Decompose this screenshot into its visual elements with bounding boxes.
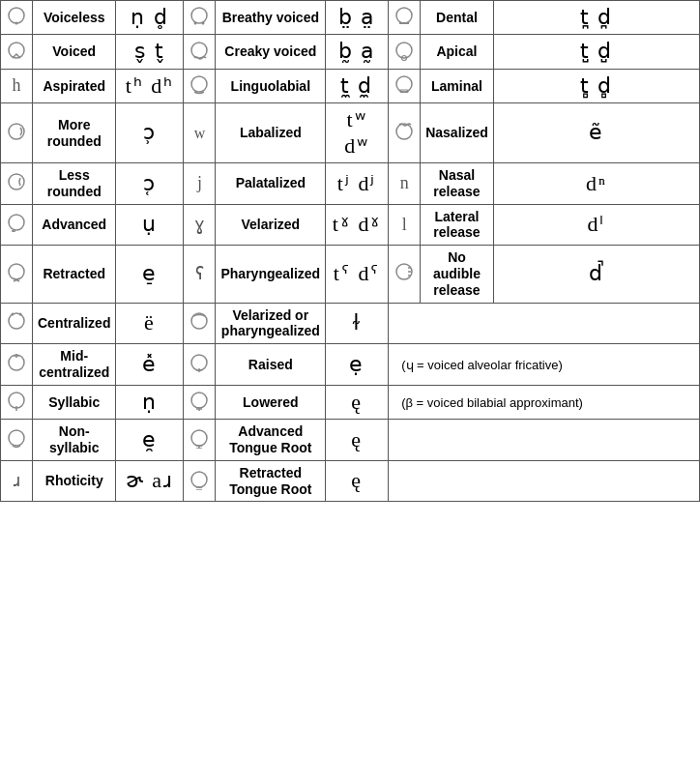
icon-cell-1: h — [1, 69, 33, 102]
label-cell-1: Aspirated — [33, 69, 116, 102]
label-cell-2: Velarized or pharyngealized — [216, 303, 326, 344]
symbol-cell-1: e̠ — [116, 246, 184, 303]
label-cell-2: Labalized — [216, 103, 326, 163]
symbol-cell-1: e̯ — [116, 420, 184, 461]
symbol-cell-1: ɚ aɹ — [116, 460, 184, 502]
table-row: More rounded ɔ̹ w Labalized tʷ dʷ Nasali… — [1, 103, 700, 163]
table-row: Less rounded ɔ̜ j Palatalized tʲ dʲ n Na… — [1, 162, 700, 204]
table-row: Centralized ë Velarized or pharyngealize… — [1, 303, 700, 344]
svg-point-8 — [191, 43, 207, 58]
table-row: Mid-centralized e̽ Raised ẹ (ɥ = voiced … — [1, 344, 700, 386]
svg-point-29 — [19, 313, 22, 316]
label-cell-1: Voiced — [33, 35, 116, 69]
symbol-cell-1: ṇ d̥ — [116, 1, 184, 35]
icon-cell-2: w — [184, 103, 216, 163]
icon-cell-1 — [1, 204, 33, 246]
symbol-cell-3: d̚ — [493, 246, 699, 303]
svg-point-28 — [12, 313, 15, 316]
symbol-cell-3: dⁿ — [493, 162, 699, 204]
label-cell-1: Retracted — [33, 246, 116, 303]
icon-cell-2: ɣ — [184, 204, 216, 246]
empty-cell-3 — [389, 460, 700, 502]
label-cell-1: Non-syllabic — [33, 420, 116, 461]
svg-point-47 — [191, 472, 207, 487]
symbol-cell-3: ẽ — [493, 103, 699, 163]
symbol-cell-2: ę — [326, 420, 389, 461]
icon-cell-3 — [389, 35, 421, 69]
symbol-cell-2: tʷ dʷ — [326, 103, 389, 163]
icon-cell-2 — [184, 460, 216, 502]
label-cell-3: Nasalized — [421, 103, 494, 163]
svg-point-27 — [9, 313, 24, 329]
note-cell-3: (ɥ = voiced alveolar fricative) — [389, 344, 700, 386]
symbol-cell-1: ë — [116, 303, 184, 344]
symbol-cell-1: ɔ̜ — [116, 162, 184, 204]
symbol-cell-2: ę — [326, 385, 389, 419]
icon-cell-2 — [184, 303, 216, 344]
icon-cell-3 — [389, 1, 421, 35]
symbol-cell-2: tʲ dʲ — [326, 162, 389, 204]
icon-cell-3 — [389, 103, 421, 163]
empty-cell-3 — [389, 420, 700, 461]
label-cell-1: Syllabic — [33, 385, 116, 419]
svg-point-0 — [9, 8, 24, 23]
symbol-cell-2: tˠ dˠ — [326, 204, 389, 246]
table-row: Non-syllabic e̯ Advanced Tongue Root ę — [1, 420, 700, 461]
icon-cell-1 — [1, 420, 33, 461]
icon-cell-2 — [184, 385, 216, 419]
table-row: Voiceless ṇ d̥ Breathy voiced b̤ a̤ Dent… — [1, 1, 700, 35]
symbol-cell-2: b̰ a̰ — [326, 35, 389, 69]
icon-cell-2 — [184, 344, 216, 386]
icon-cell-1 — [1, 103, 33, 163]
label-cell-3: Laminal — [421, 69, 494, 102]
symbol-cell-1: tʰ dʰ — [116, 69, 184, 102]
label-cell-2: Creaky voiced — [216, 35, 326, 69]
table-row: Advanced ụ ɣ Velarized tˠ dˠ l Lateral r… — [1, 204, 700, 246]
label-cell-3: Apical — [421, 35, 494, 69]
svg-point-17 — [9, 215, 24, 230]
label-cell-3: Dental — [421, 1, 494, 35]
svg-point-11 — [191, 76, 207, 92]
symbol-cell-2: ɫ — [326, 303, 389, 344]
label-cell-1: Mid-centralized — [33, 344, 116, 386]
svg-point-39 — [191, 393, 207, 408]
icon-cell-2 — [184, 69, 216, 102]
label-cell-1: More rounded — [33, 103, 116, 163]
label-cell-1: Advanced — [33, 204, 116, 246]
svg-point-37 — [9, 393, 24, 408]
table-row: ɹ Rhoticity ɚ aɹ Retracted Tongue Root ę — [1, 460, 700, 502]
icon-cell-3: n — [389, 162, 421, 204]
svg-rect-6 — [399, 22, 409, 24]
label-cell-2: Palatalized — [216, 162, 326, 204]
svg-point-5 — [396, 8, 412, 23]
table-row: Syllabic ṇ Lowered ę (β = voiced bilabia… — [1, 385, 700, 419]
svg-point-3 — [194, 22, 197, 25]
label-cell-2: Retracted Tongue Root — [216, 460, 326, 502]
label-cell-1: Rhoticity — [33, 460, 116, 502]
icon-cell-3 — [389, 69, 421, 102]
label-cell-1: Centralized — [33, 303, 116, 344]
icon-cell-1 — [1, 385, 33, 419]
icon-cell-1 — [1, 303, 33, 344]
label-cell-2: Velarized — [216, 204, 326, 246]
symbol-cell-1: ɔ̹ — [116, 103, 184, 163]
symbol-cell-2: tˤ dˤ — [326, 246, 389, 303]
table-row: Retracted e̠ ʕ Pharyngealized tˤ dˤ No a… — [1, 246, 700, 303]
symbol-cell-2: t̼ d̼ — [326, 69, 389, 102]
symbol-cell-2: b̤ a̤ — [326, 1, 389, 35]
icon-cell-1 — [1, 162, 33, 204]
symbol-cell-1: e̽ — [116, 344, 184, 386]
icon-cell-3: l — [389, 204, 421, 246]
symbol-cell-1: s̬ t̬ — [116, 35, 184, 69]
label-cell-2: Raised — [216, 344, 326, 386]
symbol-cell-3: t̻ d̻ — [493, 69, 699, 102]
icon-cell-1 — [1, 35, 33, 69]
symbol-cell-2: ę — [326, 460, 389, 502]
symbol-cell-3: dˡ — [493, 204, 699, 246]
label-cell-3: No audible release — [421, 246, 494, 303]
svg-point-34 — [191, 355, 207, 370]
table-row: Voiced s̬ t̬ Creaky voiced b̰ a̰ Apical … — [1, 35, 700, 69]
icon-cell-2: ʕ — [184, 246, 216, 303]
icon-cell-2 — [184, 35, 216, 69]
symbol-cell-3: t̺ d̺ — [493, 35, 699, 69]
